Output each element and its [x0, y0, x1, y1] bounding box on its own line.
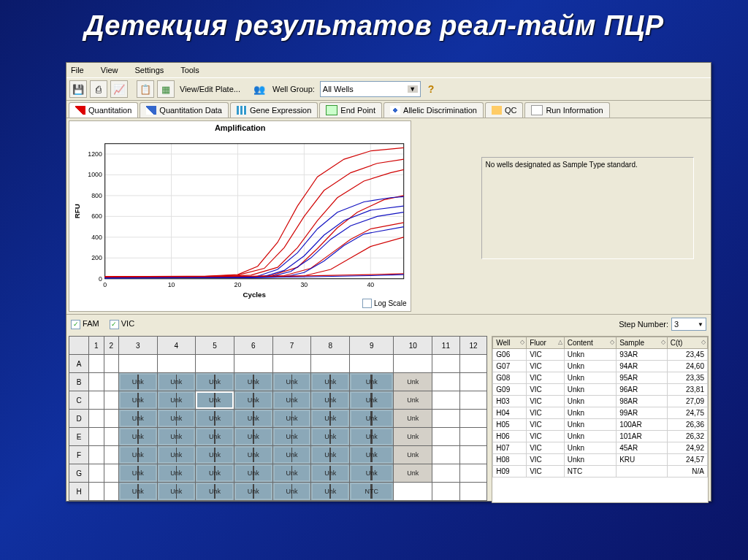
- well-unk[interactable]: Unk: [234, 410, 272, 428]
- well-empty[interactable]: [432, 483, 460, 501]
- plate-row-header[interactable]: H: [69, 483, 89, 501]
- well-unk[interactable]: Unk: [196, 373, 234, 391]
- col-fluor[interactable]: Fluor△: [527, 337, 565, 349]
- well-unk[interactable]: Unk: [234, 446, 272, 464]
- well-unk[interactable]: Unk: [311, 464, 350, 483]
- well-unk[interactable]: Unk: [118, 391, 157, 410]
- well-empty[interactable]: [196, 355, 234, 373]
- well-unk[interactable]: Unk: [234, 428, 272, 446]
- col-well[interactable]: Well◇: [493, 337, 527, 349]
- table-row[interactable]: G07VICUnkn94AR24,60: [493, 361, 708, 372]
- well-unk[interactable]: Unk: [157, 446, 196, 464]
- well-unk[interactable]: Unk: [157, 483, 196, 501]
- results-table-wrap[interactable]: Well◇Fluor△Content◇Sample◇C(t)◇G06VICUnk…: [492, 336, 709, 503]
- well-empty[interactable]: [89, 464, 104, 483]
- well-empty[interactable]: [459, 410, 487, 428]
- plate-col-header[interactable]: 4: [157, 337, 196, 355]
- well-unk[interactable]: Unk: [350, 446, 394, 464]
- well-empty[interactable]: [104, 464, 118, 483]
- well-empty[interactable]: [272, 355, 311, 373]
- well-unk[interactable]: Unk: [234, 464, 272, 483]
- plate-row-header[interactable]: G: [69, 464, 89, 483]
- well-unk[interactable]: Unk: [118, 483, 157, 501]
- well-unk[interactable]: Unk: [196, 446, 234, 464]
- well-empty[interactable]: [432, 355, 460, 373]
- menu-file[interactable]: File: [71, 66, 84, 74]
- well-unk[interactable]: Unk: [118, 410, 157, 428]
- well-unk[interactable]: Unk: [157, 373, 196, 391]
- table-row[interactable]: H05VICUnkn100AR26,36: [493, 419, 708, 431]
- fam-checkbox[interactable]: ✓ FAM: [71, 319, 99, 329]
- print-icon[interactable]: ⎙: [90, 80, 107, 98]
- well-empty[interactable]: [432, 464, 460, 483]
- well-empty[interactable]: [89, 391, 104, 410]
- vic-checkbox[interactable]: ✓ VIC: [110, 319, 134, 329]
- well-empty[interactable]: [89, 428, 104, 446]
- well-unk[interactable]: Unk: [350, 391, 394, 410]
- well-empty[interactable]: [459, 446, 487, 464]
- menu-tools[interactable]: Tools: [180, 66, 199, 74]
- table-row[interactable]: G06VICUnkn93AR23,45: [493, 349, 708, 361]
- help-icon[interactable]: ?: [428, 83, 435, 95]
- plate-row-header[interactable]: E: [69, 428, 89, 446]
- plate-row-header[interactable]: A: [69, 355, 89, 373]
- tab-run-info[interactable]: Run Information: [524, 102, 609, 118]
- well-empty[interactable]: [350, 355, 394, 373]
- plate-col-header[interactable]: 6: [234, 337, 272, 355]
- well-empty[interactable]: [432, 446, 460, 464]
- well-empty[interactable]: [104, 373, 118, 391]
- well-empty[interactable]: [234, 355, 272, 373]
- table-row[interactable]: G09VICUnkn96AR23,81: [493, 384, 708, 396]
- plate-col-header[interactable]: 11: [432, 337, 460, 355]
- well-unk[interactable]: Unk: [157, 391, 196, 410]
- plate-row-header[interactable]: C: [69, 391, 89, 410]
- well-unk[interactable]: Unk: [311, 428, 350, 446]
- table-row[interactable]: H06VICUnkn101AR26,32: [493, 431, 708, 442]
- well-unk[interactable]: Unk: [118, 464, 157, 483]
- well-unk[interactable]: Unk: [350, 410, 394, 428]
- well-empty[interactable]: [89, 483, 104, 501]
- table-row[interactable]: H04VICUnkn99AR24,75: [493, 407, 708, 419]
- tab-qc[interactable]: QC: [485, 102, 524, 118]
- well-empty[interactable]: [311, 355, 350, 373]
- well-empty[interactable]: [118, 355, 157, 373]
- well-ntc[interactable]: NTC: [350, 483, 394, 501]
- table-row[interactable]: G08VICUnkn95AR23,35: [493, 372, 708, 384]
- well-empty[interactable]: [104, 355, 118, 373]
- well-unk[interactable]: Unk: [394, 464, 432, 483]
- well-unk[interactable]: Unk: [394, 428, 432, 446]
- plate-col-header[interactable]: 2: [104, 337, 118, 355]
- well-empty[interactable]: [394, 355, 432, 373]
- well-empty[interactable]: [394, 483, 432, 501]
- report-icon[interactable]: 📈: [110, 80, 128, 98]
- well-unk[interactable]: Unk: [272, 391, 311, 410]
- well-empty[interactable]: [432, 391, 460, 410]
- well-unk[interactable]: Unk: [394, 373, 432, 391]
- well-unk[interactable]: Unk: [157, 410, 196, 428]
- menu-view[interactable]: View: [101, 66, 118, 74]
- plate-row-header[interactable]: B: [69, 373, 89, 391]
- well-empty[interactable]: [89, 446, 104, 464]
- clipboard-icon[interactable]: 📋: [137, 80, 154, 98]
- well-unk[interactable]: Unk: [394, 391, 432, 410]
- well-unk[interactable]: Unk: [118, 446, 157, 464]
- log-scale-checkbox[interactable]: Log Scale: [362, 299, 406, 308]
- well-unk[interactable]: Unk: [350, 373, 394, 391]
- well-unk[interactable]: Unk: [196, 464, 234, 483]
- well-unk[interactable]: Unk: [272, 410, 311, 428]
- tab-end-point[interactable]: End Point: [319, 102, 382, 118]
- well-empty[interactable]: [157, 355, 196, 373]
- plate-col-header[interactable]: 3: [118, 337, 157, 355]
- table-row[interactable]: H08VICUnknKRU24,57: [493, 454, 708, 466]
- wellgroup-icon[interactable]: 👥: [251, 81, 267, 97]
- plate-row-header[interactable]: F: [69, 446, 89, 464]
- plate-col-header[interactable]: 12: [459, 337, 487, 355]
- col-sample[interactable]: Sample◇: [617, 337, 668, 349]
- well-empty[interactable]: [432, 428, 460, 446]
- well-empty[interactable]: [104, 483, 118, 501]
- tab-allelic[interactable]: Allelic Discrimination: [383, 102, 484, 118]
- well-unk[interactable]: Unk: [311, 373, 350, 391]
- well-empty[interactable]: [104, 428, 118, 446]
- well-unk[interactable]: Unk: [311, 410, 350, 428]
- table-row[interactable]: H03VICUnkn98AR27,09: [493, 396, 708, 407]
